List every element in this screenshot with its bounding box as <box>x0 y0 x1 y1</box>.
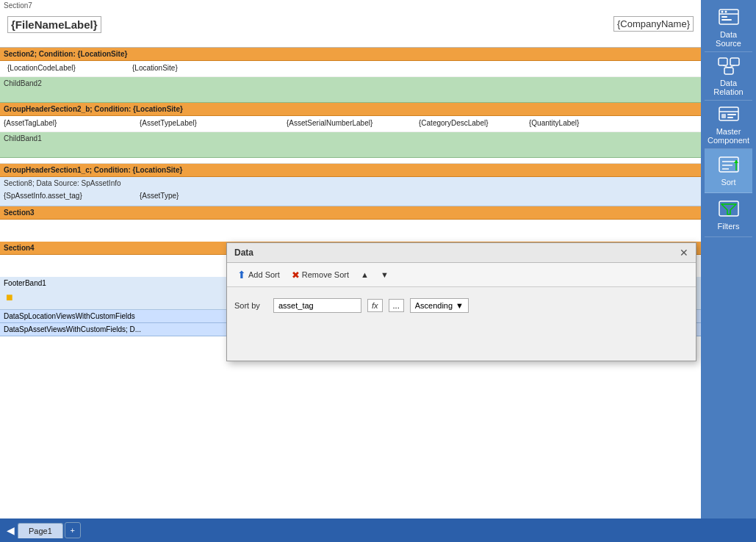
asset-serial-label: {AssetSerialNumberLabel} <box>287 119 372 127</box>
section3-label: Section3 <box>0 206 701 220</box>
data-relation-icon <box>717 56 741 76</box>
move-up-button[interactable]: ▲ <box>358 269 372 281</box>
move-down-icon: ▼ <box>381 270 389 279</box>
data-source-label: Data Source <box>706 30 751 48</box>
svg-point-2 <box>721 11 723 13</box>
add-page-button[interactable]: + <box>65 522 81 538</box>
add-sort-label: Add Sort <box>248 270 280 279</box>
dialog-content: Sort by fx ... Ascending ▼ <box>227 287 696 361</box>
dialog-toolbar: ⬆ Add Sort ✖ Remove Sort ▲ ▼ <box>227 263 696 287</box>
group-header2b-label: GroupHeaderSection2_b; Condition: {Locat… <box>0 103 701 116</box>
svg-rect-15 <box>727 117 733 118</box>
section8-wrapper: ➤ Section8; Data Source: SpAssetInfo {Sp… <box>0 177 701 206</box>
right-panel: Data Source Data Relation <box>701 0 756 518</box>
quantity-label: {QuantityLabel} <box>529 119 579 127</box>
sort-row: Sort by fx ... Ascending ▼ <box>234 298 688 313</box>
section2-header: Section2; Condition: {LocationSite} <box>0 48 701 61</box>
svg-point-3 <box>724 11 727 13</box>
section3: Section3 <box>0 206 701 242</box>
svg-marker-23 <box>721 204 736 214</box>
childband1-label: ChildBand1 <box>0 132 701 145</box>
dialog-close-button[interactable]: ✕ <box>680 247 688 259</box>
move-up-icon: ▲ <box>361 270 369 279</box>
asset-tag-label: {AssetTagLabel} <box>4 119 57 127</box>
sort-btn[interactable]: Sort <box>705 149 752 193</box>
data-relation-label: Data Relation <box>706 79 751 96</box>
filters-btn[interactable]: Filters <box>705 193 752 237</box>
svg-rect-4 <box>721 16 727 18</box>
section8-fields: {SpAssetInfo.asset_tag} {AssetType} <box>0 189 701 206</box>
section3-content <box>0 220 701 242</box>
remove-sort-icon: ✖ <box>292 270 300 281</box>
asset-type: {AssetType} <box>140 192 179 200</box>
ascending-select[interactable]: Ascending ▼ <box>410 298 469 313</box>
svg-rect-16 <box>719 157 738 172</box>
ellipsis-button[interactable]: ... <box>389 299 404 312</box>
move-down-button[interactable]: ▼ <box>378 269 392 281</box>
group-header2b-fields: {AssetTagLabel} {AssetTypeLabel} {AssetS… <box>0 116 701 132</box>
svg-rect-22 <box>719 201 738 216</box>
page1-tab-label: Page1 <box>29 527 52 535</box>
data-dialog: Data ✕ ⬆ Add Sort ✖ Remove Sort ▲ <box>226 242 696 361</box>
master-component-btn[interactable]: Master Component <box>705 101 752 149</box>
svg-rect-13 <box>721 114 726 118</box>
remove-sort-button[interactable]: ✖ Remove Sort <box>289 268 352 282</box>
group-header1c-label: GroupHeaderSection1_c; Condition: {Locat… <box>0 164 701 177</box>
sort-icon <box>717 155 741 176</box>
section2: Section2; Condition: {LocationSite} {Loc… <box>0 48 701 77</box>
section7: Section7 {FileNameLabel} {CompanyName} <box>0 0 701 48</box>
group-header-section2-b: GroupHeaderSection2_b; Condition: {Locat… <box>0 103 701 132</box>
svg-rect-7 <box>730 58 739 65</box>
svg-rect-6 <box>719 58 727 65</box>
filters-icon <box>717 199 741 220</box>
svg-rect-14 <box>727 114 736 115</box>
company-field: {CompanyName} <box>613 16 694 32</box>
ascending-chevron-icon: ▼ <box>456 301 464 310</box>
add-page-icon: + <box>71 526 75 535</box>
section8: Section8; Data Source: SpAssetInfo {SpAs… <box>0 177 701 206</box>
location-site-label: {LocationSite} <box>132 64 178 72</box>
nav-left-icon[interactable]: ◀ <box>4 521 18 539</box>
sp-asset-tag: {SpAssetInfo.asset_tag} <box>4 192 82 200</box>
section8-label: Section8; Data Source: SpAssetInfo <box>0 177 701 189</box>
master-component-icon <box>717 104 741 125</box>
asset-type-label: {AssetTypeLabel} <box>140 119 197 127</box>
sort-field-input[interactable] <box>273 298 361 313</box>
childband2-label: ChildBand2 <box>0 77 701 90</box>
childband1: ChildBand1 <box>0 132 701 158</box>
data-source-btn[interactable]: Data Source <box>705 4 752 52</box>
category-desc-label: {CategoryDescLabel} <box>419 119 489 127</box>
page1-tab[interactable]: Page1 <box>18 523 63 538</box>
spacer1 <box>0 158 701 164</box>
master-component-label: Master Component <box>706 127 751 145</box>
group-header-section1-c: GroupHeaderSection1_c; Condition: {Locat… <box>0 164 701 177</box>
dialog-title-bar: Data ✕ <box>227 243 696 263</box>
data-source-icon <box>717 7 741 28</box>
ascending-value: Ascending <box>415 301 453 310</box>
dialog-title: Data <box>234 247 253 258</box>
section7-label: Section7 <box>4 1 697 10</box>
filename-field: {FileNameLabel} <box>7 16 101 33</box>
remove-sort-label: Remove Sort <box>302 270 349 279</box>
add-sort-icon: ⬆ <box>237 269 246 281</box>
section2-fields: {LocationCodeLabel} {LocationSite} <box>0 61 701 77</box>
bottom-bar: ◀ Page1 + <box>0 518 756 542</box>
sort-by-label: Sort by <box>234 301 267 310</box>
add-sort-button[interactable]: ⬆ Add Sort <box>234 267 283 282</box>
childband2: ChildBand2 <box>0 77 701 103</box>
fx-button[interactable]: fx <box>367 299 383 312</box>
filters-label: Filters <box>718 222 740 231</box>
svg-rect-8 <box>724 68 733 74</box>
svg-rect-5 <box>721 19 732 21</box>
location-code-label: {LocationCodeLabel} <box>7 64 76 72</box>
data-relation-btn[interactable]: Data Relation <box>705 52 752 101</box>
sort-label: Sort <box>721 178 735 187</box>
